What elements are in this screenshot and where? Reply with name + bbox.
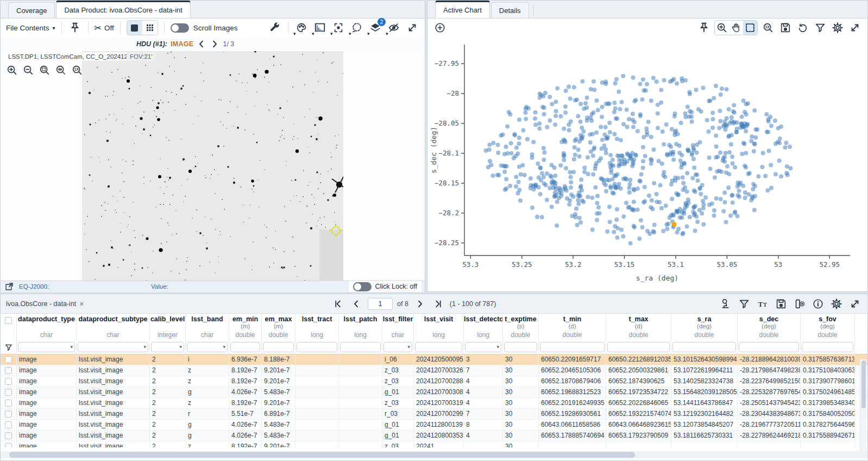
- column-header-s_dec[interactable]: s_dec (deg) double: [738, 314, 801, 340]
- row-checkbox[interactable]: [5, 432, 12, 439]
- hdu-next-button[interactable]: [210, 39, 219, 49]
- color-palette-icon[interactable]: ▾: [294, 21, 309, 35]
- histogram-stretch-icon[interactable]: ▾: [313, 21, 327, 35]
- click-lock-toggle[interactable]: [353, 282, 372, 291]
- table-row[interactable]: imagelsst.visit_image2r5.51e-76.891e-7r_…: [1, 409, 867, 420]
- expand-icon[interactable]: [405, 21, 419, 35]
- chart-box-select-icon[interactable]: [743, 21, 757, 35]
- table-add-column-icon[interactable]: [792, 297, 807, 311]
- column-header-dataproduct_subtype[interactable]: dataproduct_subtype char: [77, 314, 150, 340]
- scatter-plot[interactable]: 53.353.2553.253.1553.153.055352.95−27.95…: [427, 37, 867, 291]
- star-field-image[interactable]: [82, 51, 343, 281]
- filter-input-lsst_patch[interactable]: [340, 342, 381, 352]
- zoom-out-icon[interactable]: [21, 63, 35, 77]
- column-header-lsst_patch[interactable]: lsst_patch long: [339, 314, 382, 340]
- filter-icon[interactable]: [4, 343, 13, 352]
- filter-select-lsst_filter[interactable]: ▾: [383, 342, 412, 352]
- column-header-t_exptime[interactable]: t_exptime (s) double: [503, 314, 539, 340]
- row-checkbox[interactable]: [5, 378, 12, 385]
- zoom-fit-icon[interactable]: [37, 63, 52, 77]
- table-textview-icon[interactable]: TT: [756, 297, 770, 311]
- filter-input-t_max[interactable]: [607, 342, 670, 352]
- popout-icon[interactable]: [4, 282, 15, 291]
- filter-input-em_min[interactable]: [230, 342, 260, 352]
- table-tool-icon[interactable]: [719, 297, 733, 311]
- filter-input-lsst_visit[interactable]: [415, 342, 462, 352]
- chart-zoom-icon[interactable]: [715, 21, 729, 35]
- tab-data-product[interactable]: Data Product: ivoa.ObsCore - data-int: [56, 1, 191, 18]
- region-select-icon[interactable]: ▾: [350, 21, 364, 35]
- pin-icon[interactable]: [68, 21, 82, 35]
- column-header-t_max[interactable]: t_max (d) double: [606, 314, 671, 340]
- add-chart-icon[interactable]: [433, 21, 447, 35]
- filter-select-lsst_detector[interactable]: ▾: [465, 342, 501, 352]
- filter-input-em_max[interactable]: [263, 342, 294, 352]
- zoom-fill-icon[interactable]: [54, 63, 68, 77]
- tools-icon[interactable]: [268, 21, 282, 35]
- filter-input-t_exptime[interactable]: [504, 342, 537, 352]
- column-header-em_min[interactable]: em_min (m) double: [229, 314, 262, 340]
- zoom-1x-icon[interactable]: 1X: [70, 63, 84, 77]
- column-header-s_fov[interactable]: s_fov (deg) double: [801, 314, 855, 340]
- hide-overlays-icon[interactable]: ▾: [387, 21, 401, 35]
- table-filter-icon[interactable]: [737, 297, 751, 311]
- row-checkbox[interactable]: [5, 443, 12, 447]
- scroll-images-toggle[interactable]: [171, 23, 189, 33]
- chart-zoom-original-icon[interactable]: 1X: [761, 21, 775, 35]
- table-close-icon[interactable]: ×: [79, 300, 84, 308]
- chart-expand-icon[interactable]: [848, 21, 862, 35]
- tab-active-chart[interactable]: Active Chart: [435, 1, 490, 18]
- select-all-checkbox[interactable]: [5, 317, 12, 324]
- row-checkbox[interactable]: [5, 410, 12, 418]
- table-row[interactable]: imagelsst.visit_image2z8.192e-79.201e-7z…: [1, 376, 867, 387]
- horizontal-scrollbar[interactable]: [1, 451, 867, 458]
- filter-select-calib_level[interactable]: ▾: [151, 342, 184, 352]
- last-page-icon[interactable]: [431, 297, 445, 311]
- chart-filter-icon[interactable]: [813, 21, 827, 35]
- page-number-input[interactable]: [368, 298, 393, 310]
- first-page-icon[interactable]: [331, 297, 345, 311]
- recenter-icon[interactable]: ▾: [331, 21, 345, 35]
- column-header-calib_level[interactable]: calib_level integer: [150, 314, 186, 340]
- vertical-scrollbar[interactable]: [860, 359, 866, 453]
- table-settings-icon[interactable]: [829, 297, 844, 311]
- filter-input-s_ra[interactable]: [672, 342, 736, 352]
- chart-settings-icon[interactable]: [831, 21, 845, 35]
- row-checkbox[interactable]: [5, 356, 12, 363]
- fits-image-viewport[interactable]: LSST.DP1, LSSTComCam, CC_O_202412... FOV…: [1, 51, 425, 281]
- file-contents-dropdown[interactable]: File Contents ▾: [6, 24, 55, 32]
- chart-pan-icon[interactable]: [729, 21, 743, 35]
- chart-save-icon[interactable]: [778, 21, 792, 35]
- filter-select-dataproduct_subtype[interactable]: ▾: [78, 342, 148, 352]
- row-checkbox[interactable]: [5, 400, 12, 407]
- grid-view-button[interactable]: [142, 21, 158, 35]
- table-row[interactable]: imagelsst.visit_image2z8.192e-79.201e-7z…: [1, 365, 867, 376]
- row-checkbox[interactable]: [5, 389, 12, 396]
- table-row[interactable]: imagelsst.visit_image2z8.192e-79.201e-7z…: [1, 398, 867, 409]
- column-header-t_min[interactable]: t_min (d) double: [539, 314, 606, 340]
- column-header-s_ra[interactable]: s_ra (deg) double: [671, 314, 738, 340]
- chart-restore-icon[interactable]: [796, 21, 810, 35]
- hdu-prev-button[interactable]: [197, 39, 206, 49]
- tab-coverage[interactable]: Coverage: [8, 2, 55, 18]
- table-save-icon[interactable]: [774, 297, 788, 311]
- prev-page-icon[interactable]: [349, 297, 363, 311]
- filter-input-lsst_tract[interactable]: [297, 342, 337, 352]
- filter-select-lsst_band[interactable]: ▾: [187, 342, 228, 352]
- table-row[interactable]: imagelsst.visit_image2g4.026e-75.483e-7g…: [1, 387, 867, 398]
- table-row[interactable]: imagelsst.visit_image2g4.026e-75.483e-7g…: [1, 431, 867, 441]
- column-header-lsst_tract[interactable]: lsst_tract long: [295, 314, 339, 340]
- filter-input-s_fov[interactable]: [802, 342, 853, 352]
- table-expand-icon[interactable]: [848, 297, 862, 311]
- column-header-lsst_band[interactable]: lsst_band char: [186, 314, 229, 340]
- single-view-button[interactable]: [127, 21, 142, 35]
- table-row[interactable]: imagelsst.visit_image2g4.026e-75.483e-7g…: [1, 420, 867, 431]
- chart-pin-icon[interactable]: [697, 21, 711, 35]
- row-checkbox[interactable]: [5, 367, 12, 374]
- column-header-em_max[interactable]: em_max (m) double: [262, 314, 295, 340]
- tab-details[interactable]: Details: [491, 2, 529, 18]
- column-header-lsst_detector[interactable]: lsst_detector long: [464, 314, 503, 340]
- column-header-dataproduct_type[interactable]: dataproduct_type char: [17, 314, 77, 340]
- table-row[interactable]: imagelsst.visit_image2i6.936e-78.188e-7i…: [1, 354, 867, 365]
- next-page-icon[interactable]: [413, 297, 427, 311]
